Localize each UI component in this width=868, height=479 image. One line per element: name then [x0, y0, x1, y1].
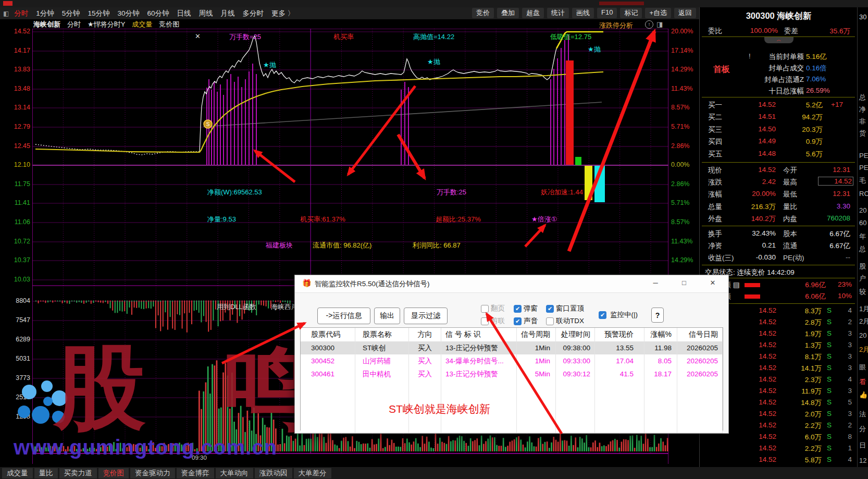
tick-count: 3 [839, 352, 852, 360]
dialog-checkbox[interactable]: 翻页 [481, 304, 505, 313]
toolbar-button[interactable]: 返回 [674, 8, 696, 18]
close-button[interactable]: ✕ [708, 279, 718, 288]
checkbox-label: 剪联 [491, 316, 505, 326]
dialog-titlebar[interactable]: 🎁 智能监控软件R5.50(通达信分钟信号) ─ □ ✕ [295, 275, 728, 293]
table-header-cell[interactable]: 信号周期 [517, 328, 556, 341]
bottom-tab[interactable]: 成交量 [2, 468, 33, 478]
period-tab[interactable]: 多分时 [242, 9, 264, 17]
toolbar-button[interactable]: F10 [597, 8, 617, 18]
price-axis-label: 13.83 [8, 66, 30, 73]
checkbox-icon[interactable]: ✔ [514, 305, 522, 313]
bottom-tab[interactable]: 大单动向 [216, 468, 253, 478]
bottom-tab[interactable]: 买卖力道 [59, 468, 97, 478]
table-header-cell[interactable]: 涨幅% [644, 328, 677, 341]
table-header-cell[interactable]: 股票代码 [301, 328, 355, 341]
period-tab[interactable]: 60分钟 [147, 9, 169, 17]
dialog-button[interactable]: 显示过滤 [404, 308, 448, 324]
checkbox-icon[interactable]: ✔ [514, 317, 522, 325]
toolbar-button[interactable]: 叠加 [497, 8, 519, 18]
table-row[interactable]: 300461田中精机买入13-庄记分钟预警5Min09:30:1241.518.… [301, 367, 723, 381]
toolbar-button[interactable]: 统计 [547, 8, 569, 18]
checkbox-icon[interactable] [481, 317, 489, 325]
bid-volume: 0.9万 [778, 137, 823, 146]
indicator-label[interactable]: ★悍将分时Y [88, 20, 125, 29]
table-header-cell[interactable]: 信号日期 [677, 328, 723, 341]
tick-row[interactable]: 14.525.8万S4 [700, 456, 856, 466]
table-header-cell[interactable]: 预警现价 [595, 328, 644, 341]
toolbar-button[interactable]: +自选 [645, 8, 671, 18]
dialog-checkbox[interactable]: ✔窗口置顶 [546, 304, 584, 313]
checkbox-icon[interactable] [481, 305, 489, 313]
table-empty-row[interactable] [301, 420, 723, 433]
period-tab[interactable]: 分时 [14, 9, 28, 17]
bottom-tab[interactable]: 量比 [34, 468, 58, 478]
monitoring-checkbox[interactable]: ✔监控中(|) [599, 310, 638, 320]
table-empty-row[interactable] [301, 380, 723, 394]
table-header-cell[interactable]: 股票名称 [355, 328, 409, 341]
checkbox-icon[interactable] [546, 317, 554, 325]
bottom-tab[interactable]: 涨跌动因 [255, 468, 292, 478]
period-tab[interactable]: 月线 [220, 9, 234, 17]
dialog-button[interactable]: ->运行信息 [317, 308, 370, 324]
dialog-checkbox[interactable]: ✔弹窗 [514, 304, 538, 313]
table-header-cell[interactable]: 方向 [409, 328, 441, 341]
stat-value: 6.67亿 [807, 241, 850, 251]
toolbar-button[interactable]: 竞价 [472, 8, 494, 18]
period-tab[interactable]: 5分钟 [62, 9, 80, 17]
stat-label: 换手 [708, 229, 722, 239]
minimize-button[interactable]: ─ [650, 279, 661, 288]
maximize-button[interactable]: □ [679, 279, 689, 288]
fund-bar [745, 294, 760, 299]
checkbox-label: 监控中(|) [610, 310, 638, 320]
checkbox-icon[interactable]: ✔ [599, 311, 606, 319]
toolbar-button[interactable]: 画线 [572, 8, 594, 18]
clipped-label: 非 [859, 117, 866, 126]
collapse-button[interactable]: ︿ [764, 37, 793, 43]
tick-volume: 1.3万 [783, 341, 822, 350]
chart-annotation: 机买率:61.37% [300, 215, 345, 224]
bottom-tab[interactable]: 资金博弈 [177, 468, 214, 478]
bottom-tab[interactable]: 大单差分 [294, 468, 331, 478]
table-row[interactable]: 300300ST峡创买入13-庄记分钟预警1Min09:38:0013.5511… [301, 341, 723, 355]
table-empty-row[interactable] [301, 407, 723, 420]
indicator-close-icon[interactable]: ✕ [195, 32, 201, 40]
arrow-up-circle-icon[interactable]: ↑ [645, 20, 653, 29]
toolbar-button[interactable]: 标记 [620, 8, 642, 18]
table-header-cell[interactable]: 信 号 标 识 [441, 328, 517, 341]
period-tab[interactable]: 30分钟 [117, 9, 139, 17]
dialog-checkbox[interactable]: ✔声音 [514, 316, 538, 326]
period-tab[interactable]: 15分钟 [88, 9, 109, 17]
toolbar-button[interactable]: 超盘 [522, 8, 544, 18]
table-row[interactable]: 300452山河药辅买入34-爆单分时信号...1Min09:33:0017.0… [301, 354, 723, 368]
limit-analysis-label[interactable]: 涨跌停分析 [599, 21, 633, 30]
period-tab[interactable]: 1分钟 [36, 9, 54, 17]
dialog-button[interactable]: 输出 [374, 308, 400, 324]
table-cell [517, 407, 556, 420]
table-cell [301, 380, 355, 394]
checkbox-icon[interactable]: ✔ [546, 305, 554, 313]
table-empty-row[interactable] [301, 394, 723, 407]
tick-row[interactable]: 14.522.2万S1 [700, 444, 856, 455]
clipped-label: 1月 [859, 304, 868, 314]
bottom-tab[interactable]: 竞价图 [98, 468, 129, 478]
help-button[interactable]: ? [651, 308, 664, 323]
tick-row[interactable]: 14.526.0万S8 [700, 433, 856, 443]
dialog-checkbox[interactable]: 剪联 [481, 316, 505, 326]
bottom-tab[interactable]: 资金驱动力 [130, 468, 175, 478]
table-header-cell[interactable]: 处理时间 [556, 328, 595, 341]
percent-axis-label: 5.71% [671, 199, 689, 206]
table-cell: 09:30:12 [556, 367, 595, 380]
period-tab[interactable]: 更多 〉 [271, 9, 294, 17]
panel-toggle-icon[interactable]: ◧ [3, 10, 9, 17]
stat-label: 最低 [783, 190, 797, 199]
period-tab[interactable]: 日线 [177, 9, 191, 17]
weibi-label: 委比 [708, 27, 722, 36]
bid-price: 14.50 [736, 125, 776, 133]
split-view-icon[interactable]: ◨ [656, 20, 663, 28]
chart-subheader: 海峡创新 分时 ★悍将分时Y 成交量 竞价图 [33, 20, 179, 29]
volume-indicator-label[interactable]: 成交量 [132, 20, 152, 29]
auction-chart-label[interactable]: 竞价图 [159, 20, 179, 29]
period-tab[interactable]: 周线 [199, 9, 213, 17]
quote-title[interactable]: 300300 海峡创新 [700, 10, 858, 22]
dialog-checkbox[interactable]: 联动TDX [546, 316, 584, 326]
